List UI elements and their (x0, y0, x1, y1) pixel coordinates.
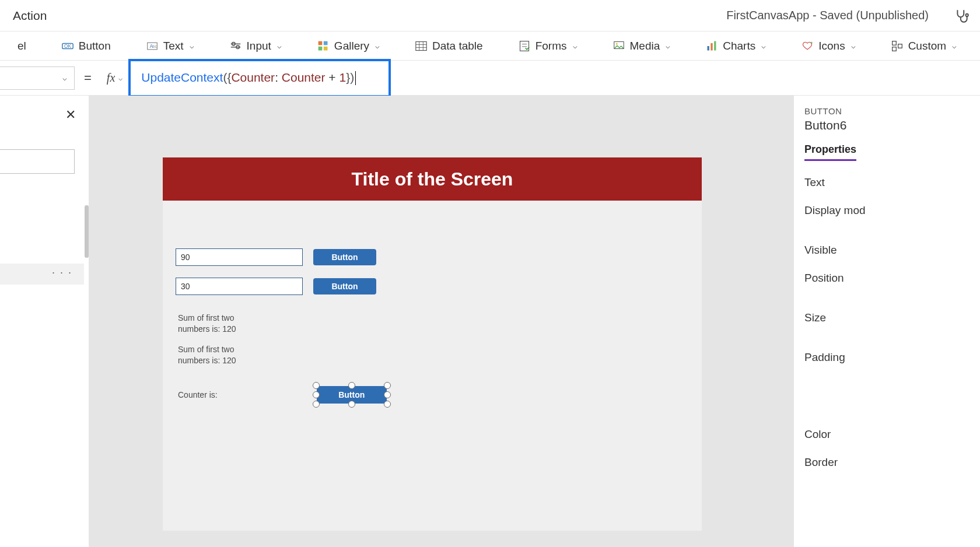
svg-rect-29 (892, 47, 896, 51)
top-bar: Action FirstCanvasApp - Saved (Unpublish… (0, 0, 980, 31)
close-icon[interactable]: ✕ (65, 107, 76, 122)
property-dropdown[interactable]: ⌵ (0, 66, 75, 90)
equals-sign: = (75, 71, 101, 86)
control-name[interactable]: Button6 (804, 118, 980, 132)
resize-handle[interactable] (384, 382, 391, 389)
resize-handle[interactable] (313, 401, 320, 408)
svg-text:+: + (810, 40, 813, 46)
properties-panel: BUTTON Button6 Properties Text Display m… (793, 96, 980, 547)
chevron-down-icon: ⌵ (375, 41, 380, 50)
control-type: BUTTON (804, 106, 980, 116)
textinput-1[interactable] (176, 248, 303, 266)
screen-title: Title of the Screen (163, 157, 702, 201)
counter-label: Counter is: (178, 390, 218, 399)
sum-label-2: Sum of first two numbers is: 120 (178, 344, 248, 366)
more-icon[interactable]: · · · (52, 267, 72, 279)
formula-bar: ⌵ = fx ⌵ UpdateContext({Counter: Counter… (0, 61, 980, 96)
resize-handle[interactable] (384, 391, 391, 398)
ribbon-gallery[interactable]: Gallery⌵ (311, 36, 386, 56)
ribbon-media[interactable]: Media⌵ (607, 36, 677, 56)
resize-handle[interactable] (384, 401, 391, 408)
chevron-down-icon: ⌵ (277, 41, 282, 50)
chevron-down-icon: ⌵ (761, 41, 766, 50)
svg-rect-24 (708, 46, 709, 51)
resize-handle[interactable] (348, 382, 355, 389)
forms-icon (518, 40, 531, 52)
chevron-down-icon: ⌵ (851, 41, 856, 50)
ribbon-text[interactable]: Abc Text⌵ (140, 36, 200, 56)
scrollbar-thumb[interactable] (85, 205, 89, 258)
app-title: FirstCanvasApp - Saved (Unpublished) (726, 9, 929, 22)
formula-input[interactable]: UpdateContext({Counter: Counter + 1}) (128, 59, 391, 97)
ribbon-datatable[interactable]: Data table (409, 36, 489, 56)
prop-padding[interactable]: Padding (804, 351, 980, 364)
prop-visible[interactable]: Visible (804, 244, 980, 257)
button-1[interactable]: Button (313, 249, 376, 265)
svg-rect-19 (520, 41, 528, 51)
ribbon-button[interactable]: OK Button (55, 36, 117, 56)
screen-artboard: Title of the Screen Button Button Sum of… (163, 157, 702, 531)
ribbon-label-partial[interactable]: el (12, 36, 32, 56)
svg-rect-25 (711, 43, 713, 51)
formula-text: UpdateContext({Counter: Counter + 1}) (141, 71, 356, 85)
input-icon (229, 40, 242, 52)
prop-size[interactable]: Size (804, 311, 980, 324)
datatable-icon (415, 40, 428, 52)
button-2[interactable]: Button (313, 278, 376, 294)
resize-handle[interactable] (348, 401, 355, 408)
custom-icon (891, 40, 904, 52)
svg-point-0 (966, 13, 968, 16)
prop-text[interactable]: Text (804, 176, 980, 189)
chevron-down-icon: ⌵ (190, 41, 194, 50)
resize-handle[interactable] (313, 382, 320, 389)
prop-color[interactable]: Color (804, 428, 980, 441)
menu-action[interactable]: Action (13, 9, 47, 23)
app-checker-icon[interactable] (954, 8, 970, 23)
textinput-2[interactable] (176, 278, 303, 295)
svg-text:bc: bc (153, 44, 158, 48)
prop-border[interactable]: Border (804, 456, 980, 469)
prop-display-mode[interactable]: Display mod (804, 204, 980, 217)
resize-handle[interactable] (313, 391, 320, 398)
text-icon: Abc (146, 40, 159, 52)
svg-rect-30 (898, 44, 902, 48)
ribbon-charts[interactable]: Charts⌵ (699, 36, 772, 56)
ribbon-forms[interactable]: Forms⌵ (512, 36, 583, 56)
selected-button-wrapper[interactable]: Button (317, 386, 387, 404)
media-icon (612, 40, 625, 52)
svg-rect-26 (714, 41, 716, 50)
svg-rect-14 (416, 41, 426, 50)
ribbon-input[interactable]: Input⌵ (223, 36, 288, 56)
charts-icon (705, 40, 718, 52)
icons-icon: + (801, 40, 814, 52)
ribbon-custom[interactable]: Custom⌵ (885, 36, 963, 56)
chevron-down-icon: ⌵ (952, 41, 957, 50)
svg-rect-12 (318, 46, 323, 50)
sum-label-1: Sum of first two numbers is: 120 (178, 313, 248, 335)
chevron-down-icon: ⌵ (573, 41, 578, 50)
canvas-area[interactable]: Title of the Screen Button Button Sum of… (89, 96, 793, 547)
svg-rect-28 (892, 41, 896, 45)
tab-properties[interactable]: Properties (804, 143, 856, 161)
ribbon-icons[interactable]: + Icons⌵ (795, 36, 861, 56)
svg-rect-13 (324, 46, 328, 50)
left-panel: ✕ · · · (0, 96, 89, 547)
fx-label[interactable]: fx (101, 71, 118, 85)
gallery-icon (317, 40, 330, 52)
chevron-down-icon: ⌵ (62, 73, 67, 82)
search-input[interactable] (0, 149, 75, 174)
svg-rect-10 (318, 41, 323, 45)
svg-rect-11 (324, 41, 328, 45)
ribbon-toolbar: el OK Button Abc Text⌵ Input⌵ Gallery⌵ D… (0, 31, 980, 61)
chevron-down-icon: ⌵ (666, 41, 670, 50)
button-icon: OK (61, 40, 74, 52)
prop-position[interactable]: Position (804, 272, 980, 285)
svg-text:OK: OK (64, 43, 71, 48)
svg-point-23 (615, 43, 617, 44)
